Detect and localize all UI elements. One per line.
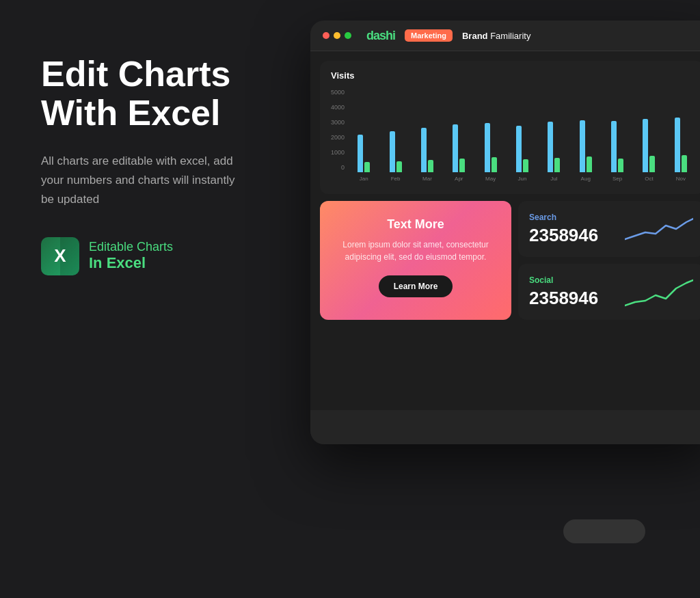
- bar-green: [459, 159, 465, 172]
- bar-stack: [611, 121, 623, 172]
- chart-area: 5000 4000 3000 2000 1000 0 JanFebMarAprM…: [331, 86, 693, 182]
- bar-green: [618, 159, 623, 172]
- bar-blue: [548, 122, 553, 172]
- visits-chart-section: Visits 5000 4000 3000 2000 1000 0 JanFeb…: [320, 61, 700, 194]
- dashboard-mockup: dashi Marketing Brand Familiarity Visits…: [310, 21, 700, 444]
- excel-badge: X Editable Charts In Excel: [41, 237, 301, 275]
- bar-stack: [358, 135, 370, 172]
- bar-label: Sep: [612, 176, 622, 182]
- close-dot: [323, 32, 329, 39]
- bar-blue: [390, 131, 395, 172]
- learn-more-button[interactable]: Learn More: [379, 275, 453, 297]
- page-background: Edit Charts With Excel All charts are ed…: [0, 0, 700, 598]
- bar-blue: [516, 126, 522, 172]
- bar-stack: [516, 126, 528, 172]
- bar-blue: [580, 120, 585, 172]
- bar-group: Feb: [383, 131, 407, 182]
- bar-group: Sep: [605, 121, 630, 182]
- bar-blue: [358, 135, 363, 172]
- maximize-dot: [345, 32, 351, 39]
- bar-green: [649, 156, 655, 172]
- bar-group: Jan: [351, 135, 376, 182]
- search-stat-info: Search 2358946: [529, 213, 598, 246]
- bar-green: [428, 160, 433, 172]
- bar-green: [492, 157, 497, 172]
- text-card-title: Text More: [387, 217, 444, 232]
- bar-group: May: [478, 123, 502, 182]
- stats-panel: Search 2358946 Social 2358946: [518, 201, 700, 320]
- social-sparkline: [625, 275, 693, 309]
- bar-stack: [390, 131, 402, 172]
- bar-label: Jun: [518, 176, 527, 182]
- text-card: Text More Lorem ipsum dolor sit amet, co…: [320, 201, 511, 320]
- bar-group: Mar: [415, 128, 440, 182]
- text-card-body: Lorem ipsum dolor sit amet, consectetur …: [334, 239, 498, 263]
- brand-label: Brand Familiarity: [462, 31, 530, 41]
- bar-group: Jun: [510, 126, 535, 182]
- bar-blue: [643, 119, 648, 172]
- y-axis: 5000 4000 3000 2000 1000 0: [331, 89, 345, 171]
- bar-green: [682, 155, 687, 172]
- bar-stack: [643, 119, 655, 172]
- bar-stack: [421, 128, 433, 172]
- bar-stack: [675, 118, 687, 172]
- bar-group: Oct: [636, 119, 661, 182]
- minimize-dot: [334, 32, 340, 39]
- social-stat-value: 2358946: [529, 288, 598, 309]
- bar-green: [364, 162, 370, 172]
- bar-group: Jul: [541, 122, 566, 182]
- bar-label: Apr: [455, 176, 463, 182]
- bar-green: [396, 161, 402, 172]
- bar-blue: [611, 121, 617, 172]
- search-stat-value: 2358946: [529, 225, 598, 246]
- bar-stack: [580, 120, 592, 172]
- social-stat-label: Social: [529, 275, 598, 285]
- dashboard-logo: dashi: [366, 29, 395, 43]
- social-stat-card: Social 2358946: [518, 264, 700, 320]
- bar-blue: [675, 118, 680, 172]
- search-stat-label: Search: [529, 213, 598, 222]
- bar-group: Aug: [574, 120, 598, 182]
- subtitle: All charts are editable with excel, add …: [41, 152, 246, 209]
- bar-stack: [453, 124, 465, 172]
- bar-blue: [453, 124, 458, 172]
- bar-group: Apr: [446, 124, 471, 182]
- excel-text-block: Editable Charts In Excel: [89, 240, 173, 272]
- scroll-decoration: [563, 519, 645, 543]
- bar-blue: [421, 128, 427, 172]
- bar-label: Feb: [391, 176, 401, 182]
- left-panel: Edit Charts With Excel All charts are ed…: [41, 55, 301, 275]
- bars-container: JanFebMarAprMayJunJulAugSepOctNov: [351, 100, 693, 182]
- bar-label: Jul: [550, 176, 557, 182]
- dashboard-bottom-bar: [310, 410, 700, 444]
- excel-label-top: Editable Charts: [89, 240, 173, 254]
- bar-green: [587, 157, 592, 172]
- window-controls: [323, 32, 351, 39]
- chart-title: Visits: [331, 70, 693, 81]
- bar-label: Oct: [645, 176, 653, 182]
- bar-blue: [485, 123, 490, 172]
- bar-group: Nov: [669, 118, 693, 182]
- dashboard-nav: dashi Marketing Brand Familiarity: [366, 29, 530, 43]
- marketing-pill: Marketing: [405, 29, 453, 42]
- main-title: Edit Charts With Excel: [41, 55, 301, 133]
- bar-green: [554, 158, 560, 172]
- bar-label: Aug: [581, 176, 591, 182]
- bar-label: Jan: [360, 176, 368, 182]
- excel-label-bottom: In Excel: [89, 254, 173, 272]
- bar-stack: [548, 122, 560, 172]
- excel-icon: X: [41, 237, 79, 275]
- bottom-row: Text More Lorem ipsum dolor sit amet, co…: [320, 201, 700, 320]
- bar-label: May: [485, 176, 496, 182]
- bar-stack: [485, 123, 497, 172]
- dashboard-topbar: dashi Marketing Brand Familiarity: [310, 21, 700, 51]
- bar-label: Mar: [422, 176, 432, 182]
- bar-green: [523, 159, 528, 172]
- social-stat-info: Social 2358946: [529, 275, 598, 309]
- search-sparkline: [625, 212, 693, 246]
- search-stat-card: Search 2358946: [518, 201, 700, 257]
- bar-label: Nov: [676, 176, 686, 182]
